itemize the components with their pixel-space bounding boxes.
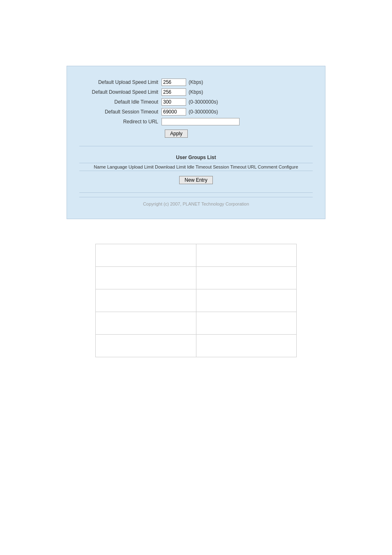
idle-timeout-input[interactable]: [161, 98, 186, 106]
table-cell: [96, 289, 196, 312]
redirect-url-row: Redirect to URL: [79, 118, 313, 125]
table-row: [96, 267, 297, 289]
table-cell: [96, 244, 196, 267]
download-speed-label: Default Download Speed Limit: [79, 89, 161, 95]
table-cell: [196, 335, 297, 357]
new-entry-row: New Entry: [79, 176, 313, 184]
table-cell: [96, 312, 196, 335]
redirect-url-input[interactable]: [161, 118, 240, 125]
session-timeout-input[interactable]: [161, 108, 186, 116]
session-timeout-hint: (0-3000000s): [189, 109, 218, 115]
secondary-table-container: [95, 244, 297, 357]
footer-section: Copyright (c) 2007, PLANET Technology Co…: [79, 197, 313, 210]
upload-speed-input[interactable]: [161, 79, 186, 86]
table-cell: [196, 244, 297, 267]
footer-divider: [79, 192, 313, 193]
table-row: [96, 335, 297, 357]
download-speed-row: Default Download Speed Limit (Kbps): [79, 88, 313, 96]
grid-table: [95, 244, 297, 357]
idle-timeout-row: Default Idle Timeout (0-3000000s): [79, 98, 313, 106]
idle-timeout-label: Default Idle Timeout: [79, 99, 161, 105]
download-speed-input[interactable]: [161, 88, 186, 96]
table-cell: [96, 267, 196, 289]
new-entry-button[interactable]: New Entry: [179, 176, 212, 184]
download-speed-hint: (Kbps): [189, 89, 203, 95]
table-row: [96, 244, 297, 267]
session-timeout-row: Default Session Timeout (0-3000000s): [79, 108, 313, 116]
table-row: [96, 312, 297, 335]
section-divider: [79, 146, 313, 146]
table-header: Name Language Upload Limit Download Limi…: [79, 163, 313, 171]
table-cell: [196, 289, 297, 312]
upload-speed-row: Default Upload Speed Limit (Kbps): [79, 79, 313, 86]
upload-speed-hint: (Kbps): [189, 79, 203, 85]
apply-button[interactable]: Apply: [165, 130, 188, 138]
redirect-url-label: Redirect to URL: [79, 119, 161, 125]
user-groups-section: User Groups List Name Language Upload Li…: [79, 150, 313, 188]
table-cell: [196, 267, 297, 289]
table-row: [96, 289, 297, 312]
copyright-text: Copyright (c) 2007, PLANET Technology Co…: [143, 201, 249, 206]
main-panel: Default Upload Speed Limit (Kbps) Defaul…: [67, 66, 325, 219]
form-section: Default Upload Speed Limit (Kbps) Defaul…: [79, 74, 313, 142]
table-cell: [96, 335, 196, 357]
table-cell: [196, 312, 297, 335]
session-timeout-label: Default Session Timeout: [79, 109, 161, 115]
upload-speed-label: Default Upload Speed Limit: [79, 79, 161, 85]
apply-row: Apply: [165, 130, 313, 138]
user-groups-title: User Groups List: [79, 155, 313, 160]
idle-timeout-hint: (0-3000000s): [189, 99, 218, 105]
